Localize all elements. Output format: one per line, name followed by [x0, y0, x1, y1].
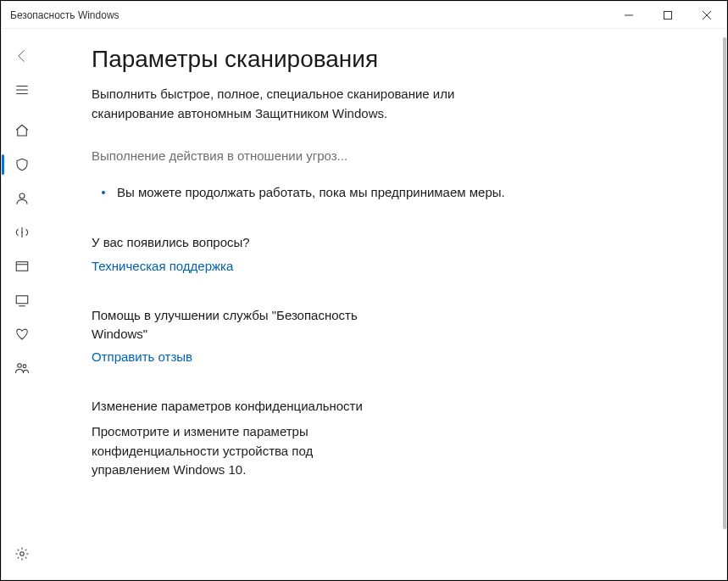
- minimize-button[interactable]: [609, 2, 648, 28]
- settings-icon[interactable]: [5, 537, 39, 571]
- account-icon[interactable]: [5, 182, 39, 215]
- window-frame: Безопасность Windows: [1, 1, 727, 580]
- page-description: Выполнить быстрое, полное, специальное с…: [92, 85, 532, 123]
- sidebar: [2, 29, 42, 579]
- svg-rect-1: [664, 11, 672, 19]
- menu-button[interactable]: [5, 73, 39, 107]
- home-icon[interactable]: [5, 114, 39, 148]
- device-security-icon[interactable]: [5, 283, 39, 317]
- svg-point-15: [20, 552, 25, 556]
- svg-rect-11: [16, 296, 28, 304]
- maximize-button[interactable]: [648, 2, 687, 28]
- family-icon[interactable]: [5, 351, 39, 385]
- section-privacy: Изменение параметров конфиденциальности …: [92, 397, 380, 479]
- spinner-icon: [102, 191, 105, 194]
- status-line: Вы можете продолжать работать, пока мы п…: [102, 185, 692, 199]
- window-controls: [609, 2, 726, 28]
- svg-point-7: [19, 193, 25, 198]
- scrollbar[interactable]: [723, 37, 726, 529]
- svg-point-8: [21, 232, 23, 233]
- app-browser-icon[interactable]: [5, 249, 39, 283]
- shield-icon[interactable]: [5, 148, 39, 182]
- close-button[interactable]: [687, 2, 726, 28]
- window-body: Параметры сканирования Выполнить быстрое…: [2, 29, 726, 579]
- back-button[interactable]: [5, 39, 39, 73]
- status-message: Вы можете продолжать работать, пока мы п…: [117, 185, 505, 199]
- health-icon[interactable]: [5, 317, 39, 351]
- technical-support-link[interactable]: Техническая поддержка: [92, 259, 233, 273]
- privacy-title: Изменение параметров конфиденциальности: [92, 397, 380, 416]
- firewall-icon[interactable]: [5, 215, 39, 249]
- send-feedback-link[interactable]: Отправить отзыв: [92, 349, 192, 364]
- page-title: Параметры сканирования: [92, 46, 692, 73]
- content-scroll: Параметры сканирования Выполнить быстрое…: [42, 29, 726, 579]
- svg-point-14: [23, 365, 26, 368]
- section-improve: Помощь в улучшении службы "Безопасность …: [92, 306, 380, 366]
- content-area: Параметры сканирования Выполнить быстрое…: [42, 29, 726, 579]
- section-questions: У вас появились вопросы? Техническая под…: [92, 233, 380, 274]
- titlebar: Безопасность Windows: [2, 2, 726, 29]
- improve-title: Помощь в улучшении службы "Безопасность …: [92, 306, 380, 344]
- privacy-description: Просмотрите и измените параметры конфиде…: [92, 422, 380, 480]
- status-heading: Выполнение действия в отношении угроз...: [92, 148, 692, 163]
- window-title: Безопасность Windows: [10, 9, 119, 21]
- svg-rect-9: [16, 262, 28, 271]
- svg-point-13: [18, 364, 22, 368]
- questions-title: У вас появились вопросы?: [92, 233, 380, 252]
